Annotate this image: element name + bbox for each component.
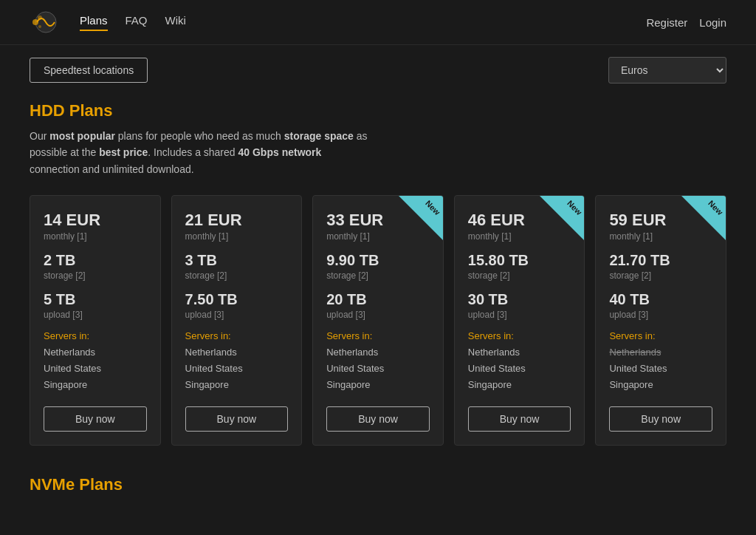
logo[interactable] bbox=[30, 9, 62, 35]
buy-button[interactable]: Buy now bbox=[326, 406, 430, 432]
server-item: Singapore bbox=[326, 377, 430, 393]
plan-upload-value: 30 TB bbox=[468, 291, 571, 308]
nav-link-wiki[interactable]: Wiki bbox=[165, 14, 186, 31]
svg-point-3 bbox=[38, 25, 41, 28]
servers-label: Servers in: bbox=[326, 330, 430, 341]
hdd-plans-description: Our most popular plans for people who ne… bbox=[30, 128, 369, 177]
plan-storage-label: storage [2] bbox=[468, 270, 571, 281]
servers-list: NetherlandsUnited StatesSingapore bbox=[326, 344, 430, 393]
plan-period: monthly [1] bbox=[185, 231, 289, 242]
main-content: HDD Plans Our most popular plans for peo… bbox=[0, 95, 756, 524]
nvme-plans-title: NVMe Plans bbox=[30, 475, 726, 494]
plan-card-1: 21 EUR monthly [1] 3 TB storage [2] 7.50… bbox=[171, 195, 303, 446]
server-item: United States bbox=[468, 361, 571, 377]
navbar: Plans FAQ Wiki Register Login bbox=[0, 0, 756, 45]
plan-storage-value: 21.70 TB bbox=[609, 252, 712, 269]
plan-upload-label: upload [3] bbox=[609, 310, 712, 320]
server-item: Singapore bbox=[44, 377, 147, 393]
buy-button[interactable]: Buy now bbox=[468, 406, 571, 432]
server-item: Singapore bbox=[468, 377, 571, 393]
buy-button[interactable]: Buy now bbox=[44, 406, 147, 432]
hdd-plans-title: HDD Plans bbox=[30, 101, 726, 120]
buy-button[interactable]: Buy now bbox=[609, 406, 712, 432]
server-item: Netherlands bbox=[326, 344, 430, 361]
plan-card-2: New 33 EUR monthly [1] 9.90 TB storage [… bbox=[312, 195, 444, 446]
nav-link-faq[interactable]: FAQ bbox=[126, 14, 148, 31]
plan-upload-value: 20 TB bbox=[326, 291, 430, 308]
plan-storage-value: 9.90 TB bbox=[326, 252, 430, 269]
server-item: United States bbox=[609, 361, 712, 377]
toolbar: Speedtest locations Euros USD GBP bbox=[0, 45, 756, 95]
servers-list: NetherlandsUnited StatesSingapore bbox=[609, 344, 712, 393]
plan-card-4: New 59 EUR monthly [1] 21.70 TB storage … bbox=[595, 195, 726, 446]
server-item: United States bbox=[185, 361, 289, 377]
servers-label: Servers in: bbox=[468, 330, 571, 341]
servers-list: NetherlandsUnited StatesSingapore bbox=[44, 344, 147, 393]
login-link[interactable]: Login bbox=[699, 16, 726, 29]
nav-link-plans[interactable]: Plans bbox=[80, 14, 108, 31]
server-item: Netherlands bbox=[609, 344, 712, 361]
plan-upload-label: upload [3] bbox=[468, 310, 571, 320]
plan-storage-label: storage [2] bbox=[44, 270, 147, 281]
plan-storage-label: storage [2] bbox=[185, 270, 289, 281]
plan-storage-value: 15.80 TB bbox=[468, 252, 571, 269]
plan-storage-value: 3 TB bbox=[185, 252, 289, 269]
plan-card-3: New 46 EUR monthly [1] 15.80 TB storage … bbox=[454, 195, 585, 446]
new-ribbon: New bbox=[540, 196, 584, 240]
svg-point-1 bbox=[32, 19, 38, 25]
server-item: Singapore bbox=[609, 377, 712, 393]
plan-period: monthly [1] bbox=[44, 231, 147, 242]
server-item: Netherlands bbox=[185, 344, 289, 361]
plan-price: 14 EUR bbox=[44, 211, 147, 230]
nav-links: Plans FAQ Wiki bbox=[80, 14, 646, 31]
plan-storage-label: storage [2] bbox=[609, 270, 712, 281]
speedtest-button[interactable]: Speedtest locations bbox=[30, 58, 148, 83]
new-ribbon: New bbox=[681, 196, 726, 240]
server-item: Netherlands bbox=[44, 344, 147, 361]
servers-list: NetherlandsUnited StatesSingapore bbox=[185, 344, 289, 393]
buy-button[interactable]: Buy now bbox=[185, 406, 289, 432]
servers-label: Servers in: bbox=[185, 330, 289, 341]
plan-upload-value: 5 TB bbox=[44, 291, 147, 308]
servers-label: Servers in: bbox=[44, 330, 147, 341]
plan-price: 21 EUR bbox=[185, 211, 289, 230]
plan-card-0: 14 EUR monthly [1] 2 TB storage [2] 5 TB… bbox=[30, 195, 161, 446]
svg-point-2 bbox=[38, 16, 42, 20]
servers-list: NetherlandsUnited StatesSingapore bbox=[468, 344, 571, 393]
server-item: United States bbox=[44, 361, 147, 377]
server-item: United States bbox=[326, 361, 430, 377]
plans-grid: 14 EUR monthly [1] 2 TB storage [2] 5 TB… bbox=[30, 195, 726, 446]
plan-upload-label: upload [3] bbox=[326, 310, 430, 320]
plan-upload-value: 7.50 TB bbox=[185, 291, 289, 308]
plan-upload-label: upload [3] bbox=[185, 310, 289, 320]
servers-label: Servers in: bbox=[609, 330, 712, 341]
register-link[interactable]: Register bbox=[646, 16, 687, 29]
currency-select[interactable]: Euros USD GBP bbox=[608, 57, 726, 84]
plan-storage-value: 2 TB bbox=[44, 252, 147, 269]
nav-auth: Register Login bbox=[646, 16, 726, 29]
plan-upload-value: 40 TB bbox=[609, 291, 712, 308]
plan-storage-label: storage [2] bbox=[326, 270, 430, 281]
server-item: Netherlands bbox=[468, 344, 571, 361]
server-item: Singapore bbox=[185, 377, 289, 393]
plan-upload-label: upload [3] bbox=[44, 310, 147, 320]
new-ribbon: New bbox=[399, 196, 443, 240]
